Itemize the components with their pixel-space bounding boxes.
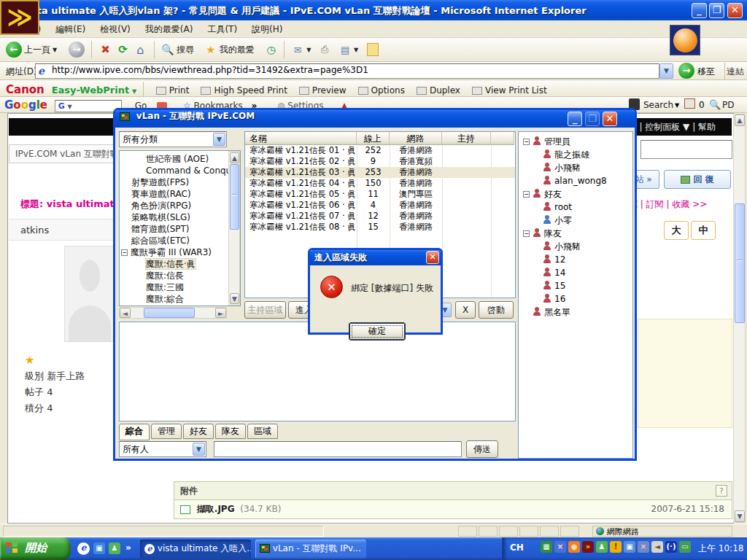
contact-item[interactable]: −好友 — [520, 187, 632, 201]
menu-item[interactable]: 檢視(V) — [93, 20, 138, 39]
scroll-down-icon[interactable]: ▼ — [735, 510, 745, 522]
tree-scroll-left-icon[interactable]: ◄ — [120, 308, 131, 318]
menu-item[interactable]: 工具(T) — [200, 20, 244, 39]
column-header[interactable]: 名稱 — [245, 132, 357, 145]
category-dropdown[interactable]: 所有分類 ▼ — [119, 131, 227, 147]
easy-webprint-dropdown-icon[interactable]: ▼ — [132, 88, 136, 95]
canon-toolbar-item[interactable]: Duplex — [417, 85, 460, 96]
error-dialog-title-bar[interactable]: 進入區域失敗 ✕ — [310, 250, 441, 265]
collapse-icon[interactable]: − — [523, 230, 530, 237]
contact-item[interactable]: −小飛豬 — [520, 161, 632, 174]
search-label[interactable]: 搜尋 — [177, 44, 194, 55]
canon-toolbar-item[interactable]: High Speed Print — [201, 85, 287, 96]
mail-dropdown-icon[interactable]: ▼ — [306, 47, 311, 53]
security-alert-icon[interactable]: ! — [610, 541, 622, 553]
quicklaunch-ie-icon[interactable]: e — [77, 542, 90, 555]
寒冰霸權 v1.21[interactable]: 寒冰霸權 v1.21 信長 06 · 眞 4 香港網路 — [245, 200, 515, 211]
寒冰霸權 v1.21[interactable]: 寒冰霸權 v1.21 信長 05 · 眞 11 澳門專區 — [245, 189, 515, 200]
restore-button[interactable]: ❐ — [709, 3, 724, 18]
attachment-filename[interactable]: 擷取.JPG — [197, 504, 235, 514]
home-icon[interactable]: ⌂ — [133, 43, 147, 57]
contact-item[interactable]: −root — [520, 201, 632, 214]
menu-item[interactable]: 說明(H) — [244, 20, 290, 39]
breadcrumb[interactable]: IPvE.COM vLan 互聯對戰 — [9, 144, 118, 163]
volume-icon[interactable]: ◄ — [651, 541, 663, 553]
canon-toolbar-item[interactable]: Preview — [299, 85, 347, 96]
go-label[interactable]: 移至 — [697, 66, 715, 78]
tree-item[interactable]: −角色扮演(RPG) — [121, 200, 240, 211]
contact-item[interactable]: −小零 — [520, 214, 632, 227]
chat-tab[interactable]: 區域 — [247, 424, 278, 439]
search-icon[interactable]: 🔍 — [161, 44, 174, 55]
address-dropdown-icon[interactable]: ▼ — [659, 63, 673, 79]
google-search-box[interactable]: G ▼ — [55, 100, 122, 112]
quicklaunch-messenger-icon[interactable]: ♟ — [109, 542, 120, 554]
thread-actions[interactable]: 薦 | 訂閱 | 收藏 >> — [629, 198, 732, 211]
recipient-dropdown[interactable]: 所有人 ▼ — [119, 441, 206, 457]
vlan-minimize-button[interactable]: _ — [568, 112, 582, 126]
address-input[interactable] — [52, 65, 650, 75]
agent-ball-icon[interactable]: ● — [568, 541, 580, 553]
removable-device-icon[interactable]: ▭ — [679, 541, 691, 553]
recipient-dropdown-arrow-icon[interactable]: ▼ — [193, 443, 205, 456]
寒冰霸權 v1.21[interactable]: 寒冰霸權 v1.21 信長 08 · 眞 15 香港網路 — [245, 222, 515, 233]
tree-scroll-right-icon[interactable]: ► — [215, 308, 226, 318]
chat-tab[interactable]: 綜合 — [119, 424, 150, 440]
column-header[interactable] — [491, 132, 514, 145]
tree-item[interactable]: −綜合區域(ETC) — [121, 235, 240, 246]
offline-computer-icon[interactable]: × — [554, 541, 566, 553]
favorites-icon[interactable]: ★ — [204, 44, 217, 55]
tree-item[interactable]: −魔獸:信長 — [121, 270, 240, 281]
寒冰霸權 v1.21[interactable]: 寒冰霸權 v1.21 信長 02 · 眞 9 香港寬頻 — [245, 156, 515, 167]
contact-item[interactable]: −15 — [520, 279, 632, 292]
tree-item[interactable]: −魔獸:綜合 — [121, 293, 240, 305]
寒冰霸權 v1.21[interactable]: 寒冰霸權 v1.21 信長 04 · 眞 150 香港網路 — [245, 178, 515, 189]
contact-item[interactable]: −14 — [520, 266, 632, 279]
tree-item[interactable]: −魔獸:三國 — [121, 281, 240, 293]
canon-toolbar-item[interactable]: Options — [358, 85, 405, 96]
favorites-label[interactable]: 我的最愛 — [220, 44, 255, 55]
vlan-title-bar[interactable]: vLan - 互聯對戰 IPvE.COM _ ❐ ✕ — [115, 110, 635, 128]
contact-item[interactable]: −16 — [520, 292, 632, 306]
contact-item[interactable]: −龍之振雄 — [520, 148, 632, 161]
contact-item[interactable]: −黑名單 — [520, 306, 632, 319]
ok-button[interactable]: 確定 — [349, 323, 405, 340]
refresh-icon[interactable]: ⟳ — [115, 43, 130, 56]
easy-webprint-label[interactable]: Easy-WebPrint — [52, 85, 130, 96]
back-dropdown-icon[interactable]: ▼ — [53, 47, 57, 53]
edit-icon[interactable]: ▤ — [338, 44, 352, 55]
collapse-icon[interactable]: − — [121, 249, 128, 256]
tree-item[interactable]: −Command & Conque — [121, 165, 240, 176]
tree-hscrollbar[interactable]: ◄ ► — [119, 307, 227, 319]
canon-toolbar-item[interactable]: View Print List — [472, 85, 547, 96]
task-button-forum[interactable]: e vista ultimate 入唔入... — [140, 540, 251, 559]
reply-button[interactable]: 回 復 — [664, 170, 731, 189]
send-button[interactable]: 傳送 — [466, 440, 498, 458]
history-icon[interactable]: ◷ — [265, 44, 278, 55]
side-search-dropdown-icon[interactable]: ▼ — [675, 102, 679, 109]
contact-item[interactable]: −小飛豬 — [520, 240, 632, 253]
messenger-icon[interactable]: ♟ — [596, 541, 608, 553]
wireless-icon[interactable]: (·) — [665, 541, 677, 553]
forward-icon[interactable]: → — [69, 42, 85, 58]
tree-scroll-up-icon[interactable]: ▲ — [230, 152, 239, 163]
tree-item[interactable]: −魔獸:信長·眞 — [121, 258, 240, 270]
column-header[interactable]: 網路 — [390, 132, 442, 145]
chat-tab[interactable]: 隊友 — [215, 424, 246, 439]
quicklaunch-overflow-icon[interactable]: » — [125, 542, 131, 553]
magnifier-icon[interactable]: 🔍 — [709, 99, 721, 110]
mail-icon[interactable]: ✉ — [291, 44, 304, 55]
popup-blocker-icon[interactable] — [684, 98, 695, 109]
category-dropdown-arrow-icon[interactable]: ▼ — [213, 133, 225, 146]
tree-scrollbar-thumb[interactable] — [230, 164, 239, 230]
menu-item[interactable]: 編輯(E) — [48, 20, 93, 39]
tree-item[interactable]: −體育遊戲(SPT) — [121, 223, 240, 235]
error-dialog-close-button[interactable]: ✕ — [426, 251, 439, 264]
page-scrollbar[interactable]: ▲ ▼ — [733, 114, 746, 523]
font-size-large-button[interactable]: 大 — [664, 221, 689, 240]
collapse-icon[interactable]: − — [523, 139, 530, 145]
links-label[interactable]: 連結 — [727, 66, 744, 78]
canon-toolbar-item[interactable]: Print — [156, 85, 190, 96]
tree-scroll-down-icon[interactable]: ▼ — [230, 293, 239, 304]
back-label[interactable]: 上一頁 — [24, 44, 50, 55]
